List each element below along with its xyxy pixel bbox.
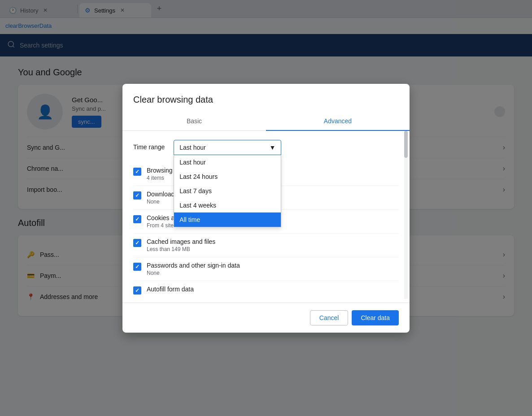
checkbox-passwords-input[interactable]: ✓ (133, 263, 141, 271)
checkbox-autofill-label: Autofill form data (147, 286, 399, 293)
cancel-button[interactable]: Cancel (310, 310, 349, 325)
chevron-down-icon: ▼ (269, 144, 275, 151)
scrollbar-thumb[interactable] (404, 131, 408, 158)
option-last-7[interactable]: Last 7 days (174, 184, 281, 198)
checkbox-cached-label: Cached images and files (147, 238, 399, 245)
checkbox-autofill: ✓ Autofill form data (133, 281, 399, 299)
option-last-hour[interactable]: Last hour (174, 155, 281, 169)
option-last-24[interactable]: Last 24 hours (174, 169, 281, 184)
checkbox-cookies-input[interactable]: ✓ (133, 215, 141, 223)
checkbox-browsing-history-input[interactable]: ✓ (133, 168, 141, 176)
dialog-actions: Cancel Clear data (122, 303, 410, 333)
clear-browsing-data-dialog: Clear browsing data Basic Advanced Time … (122, 84, 410, 333)
checkbox-passwords-sub: None (147, 270, 399, 276)
checkbox-cached-sub: Less than 149 MB (147, 246, 399, 252)
clear-data-button[interactable]: Clear data (352, 310, 399, 325)
select-box[interactable]: Last hour ▼ (174, 140, 281, 155)
dialog-title: Clear browsing data (122, 84, 410, 105)
settings-background: Search settings You and Google 👤 Get Goo… (0, 34, 532, 416)
checkbox-download-history-input[interactable]: ✓ (133, 191, 141, 199)
option-last-4[interactable]: Last 4 weeks (174, 198, 281, 212)
dialog-content: Time range Last hour ▼ Last hour Last 24… (122, 131, 410, 299)
checkbox-passwords: ✓ Passwords and other sign-in data None (133, 257, 399, 281)
checkbox-autofill-input[interactable]: ✓ (133, 286, 141, 295)
dropdown-list: Last hour Last 24 hours Last 7 days Last… (174, 155, 281, 227)
time-range-select[interactable]: Last hour ▼ Last hour Last 24 hours Last… (174, 140, 281, 155)
dialog-overlay: Clear browsing data Basic Advanced Time … (0, 34, 532, 416)
scrollbar[interactable] (404, 131, 408, 299)
checkbox-cached-input[interactable]: ✓ (133, 239, 141, 247)
time-range-label: Time range (133, 140, 165, 151)
tab-advanced[interactable]: Advanced (266, 112, 410, 131)
time-range-row: Time range Last hour ▼ Last hour Last 24… (133, 140, 399, 155)
select-value: Last hour (179, 144, 205, 151)
checkbox-passwords-label: Passwords and other sign-in data (147, 262, 399, 269)
dialog-tabs: Basic Advanced (122, 112, 410, 131)
option-all-time[interactable]: All time (174, 212, 281, 227)
checkbox-cached: ✓ Cached images and files Less than 149 … (133, 234, 399, 257)
tab-basic[interactable]: Basic (122, 112, 266, 131)
